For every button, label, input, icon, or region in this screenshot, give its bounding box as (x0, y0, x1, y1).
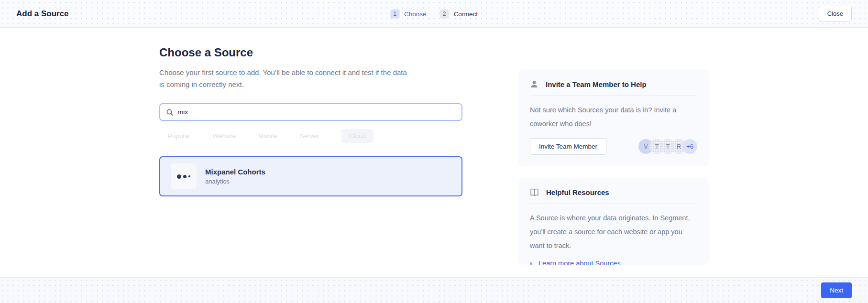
choose-source-column: Choose a Source Choose your first source… (159, 28, 462, 196)
tab-website[interactable]: Website (213, 132, 236, 140)
helpful-resources-card: Helpful Resources A Source is where your… (518, 178, 709, 265)
book-icon (530, 188, 539, 196)
window-title: Add a Source (16, 9, 69, 19)
mixpanel-cohorts-logo (171, 163, 197, 189)
page-description: Choose your first source to add. You’ll … (159, 66, 410, 90)
tab-server[interactable]: Server (300, 132, 319, 140)
close-button[interactable]: Close (819, 6, 852, 22)
tab-cloud[interactable]: Cloud (341, 129, 374, 143)
invite-team-member-card: Invite a Team Member to Help Not sure wh… (518, 69, 709, 166)
next-button[interactable]: Next (821, 282, 852, 298)
invite-team-member-button[interactable]: Invite Team Member (530, 138, 606, 155)
resource-links: Learn more about Sources (530, 260, 697, 265)
step-choose-number: 1 (390, 9, 399, 18)
step-connect[interactable]: 2 Connect (440, 9, 478, 18)
resources-card-header: Helpful Resources (530, 188, 697, 196)
tab-mobile[interactable]: Mobile (258, 132, 277, 140)
learn-more-sources-link[interactable]: Learn more about Sources (538, 260, 621, 265)
search-input[interactable] (178, 108, 456, 116)
tab-popular[interactable]: Popular (168, 132, 190, 140)
resources-card-title: Helpful Resources (546, 188, 609, 196)
step-connect-label: Connect (454, 10, 478, 17)
main-content: Choose a Source Choose your first source… (0, 28, 868, 277)
stepper: 1 Choose 2 Connect (390, 9, 478, 18)
team-avatars: V T T R +6 (638, 139, 697, 154)
source-name: Mixpanel Cohorts (205, 168, 265, 176)
source-result-mixpanel-cohorts[interactable]: Mixpanel Cohorts analytics (159, 156, 462, 196)
resource-link-item: Learn more about Sources (530, 260, 697, 265)
search-icon (166, 108, 174, 116)
invite-card-title: Invite a Team Member to Help (546, 80, 647, 88)
divider (530, 204, 697, 204)
page-title: Choose a Source (159, 46, 462, 59)
step-connect-number: 2 (440, 9, 449, 18)
bullet-icon (530, 262, 532, 265)
invite-card-header: Invite a Team Member to Help (530, 80, 697, 88)
avatar-overflow-count: +6 (682, 139, 697, 154)
divider (530, 96, 697, 96)
person-icon (530, 80, 538, 88)
source-text: Mixpanel Cohorts analytics (205, 168, 265, 185)
step-choose[interactable]: 1 Choose (390, 9, 427, 18)
source-category: analytics (205, 178, 265, 185)
bottom-action-bar: Next (0, 277, 868, 303)
category-filter-tabs: Popular Website Mobile Server Cloud (159, 129, 462, 143)
invite-card-body: Not sure which Sources your data is in? … (530, 103, 697, 131)
help-sidebar: Invite a Team Member to Help Not sure wh… (518, 69, 709, 265)
step-choose-label: Choose (404, 10, 427, 17)
topbar: Add a Source 1 Choose 2 Connect Close (0, 0, 868, 28)
source-search-box[interactable] (159, 103, 462, 121)
invite-row: Invite Team Member V T T R +6 (530, 138, 697, 155)
resources-card-body: A Source is where your data originates. … (530, 211, 697, 253)
